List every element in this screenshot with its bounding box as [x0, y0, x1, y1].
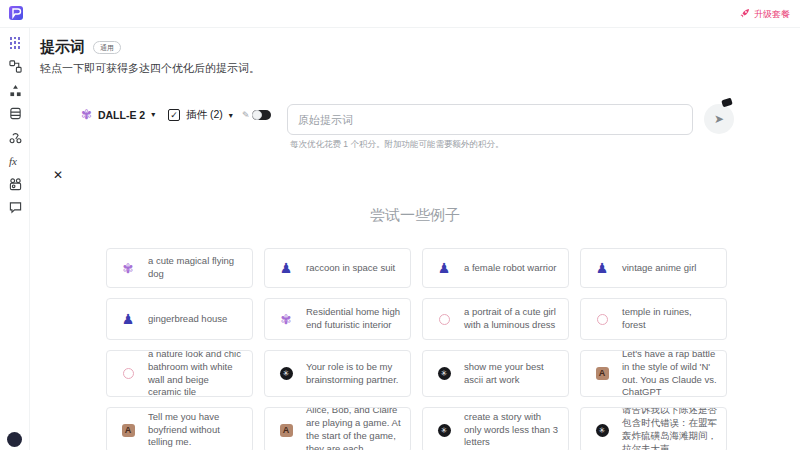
sidebar-item-chat-icon[interactable]: [7, 200, 23, 216]
example-text: gingerbread house: [148, 313, 235, 326]
sidebar-item-workflow-icon[interactable]: [7, 59, 23, 75]
lexica-icon: [594, 314, 610, 325]
example-card[interactable]: ♟raccoon in space suit: [264, 248, 411, 288]
example-text: raccoon in space suit: [306, 262, 403, 275]
credits-helper-text: 每次优化花费 1 个积分。附加功能可能需要额外的积分。: [290, 139, 503, 151]
sidebar-item-tune-icon[interactable]: [7, 35, 23, 51]
claude-icon: A: [594, 367, 610, 380]
example-card[interactable]: ✳Your role is to be my brainstorming par…: [264, 350, 411, 397]
example-card[interactable]: ♟gingerbread house: [106, 298, 253, 340]
page-title: 提示词: [40, 38, 85, 57]
page-subtitle: 轻点一下即可获得多达四个优化后的提示词。: [40, 61, 260, 76]
plugins-select[interactable]: ✓ 插件 (2) ▾: [168, 108, 233, 122]
topbar: 升级套餐: [0, 0, 800, 28]
app-window: 升级套餐 fx 提示词 通用 轻点一下即可获得多达四个优化后的提示词。 ✾ DA…: [0, 0, 800, 450]
lexica-icon: [120, 368, 136, 379]
upgrade-link[interactable]: 升级套餐: [739, 0, 790, 28]
example-card[interactable]: ♟vintage anime girl: [580, 248, 727, 288]
claude-icon: A: [278, 424, 294, 437]
claude-icon: A: [120, 424, 136, 437]
auto-optimize-toggle-group: ✎: [242, 110, 271, 120]
example-card[interactable]: a portrait of a cute girl with a luminou…: [422, 298, 569, 340]
example-text: vintage anime girl: [622, 262, 704, 275]
example-card[interactable]: a nature look and chic bathroom with whi…: [106, 350, 253, 397]
example-text: Tell me you have boyfriend without telli…: [148, 411, 252, 449]
toggle-knob: [252, 110, 262, 120]
example-card[interactable]: AAlice, Bob, and Claire are playing a ga…: [264, 407, 411, 450]
dalle-icon: ♟: [436, 261, 452, 275]
example-text: Let's have a rap battle in the style of …: [622, 350, 726, 397]
chatgpt-icon: ✳: [436, 367, 452, 380]
example-card[interactable]: ✾a cute magical flying dog: [106, 248, 253, 288]
example-card[interactable]: ALet's have a rap battle in the style of…: [580, 350, 727, 397]
plugins-checkbox[interactable]: ✓: [168, 109, 180, 121]
pen-icon: ✎: [242, 110, 250, 120]
dalle-icon: ♟: [120, 312, 136, 326]
sidebar-item-function-icon[interactable]: fx: [7, 153, 23, 169]
send-badge: [721, 98, 733, 108]
chatgpt-icon: ✳: [594, 424, 610, 437]
sidebar-item-webhook-icon[interactable]: [7, 129, 23, 145]
sidebar-item-camera-icon[interactable]: [7, 176, 23, 192]
example-text: a portrait of a cute girl with a luminou…: [464, 306, 568, 332]
upgrade-label: 升级套餐: [754, 8, 790, 21]
model-label: DALL-E 2: [98, 109, 145, 121]
example-text: create a story with only words less than…: [464, 411, 568, 449]
plugins-label: 插件 (2): [186, 108, 223, 122]
example-card[interactable]: ✳show me your best ascii art work: [422, 350, 569, 397]
lexica-icon: [436, 314, 452, 325]
app-logo-icon[interactable]: [8, 5, 24, 21]
dalle-icon: ♟: [278, 261, 294, 275]
chevron-down-icon: ▾: [151, 110, 155, 119]
chatgpt-icon: ✳: [436, 424, 452, 437]
chatgpt-icon: ✳: [278, 367, 294, 380]
close-icon[interactable]: ✕: [53, 168, 63, 182]
sidebar-item-database-icon[interactable]: [7, 106, 23, 122]
example-card[interactable]: ✳请告诉我以下陈述是否包含时代错误：在盟军轰炸硫磺岛海滩期间，拉尔夫大声...: [580, 407, 727, 450]
example-card[interactable]: ✳create a story with only words less tha…: [422, 407, 569, 450]
stable-diffusion-icon: ✾: [278, 313, 294, 326]
example-text: Your role is to be my brainstorming part…: [306, 361, 410, 387]
example-text: show me your best ascii art work: [464, 361, 568, 387]
examples-grid: ✾a cute magical flying dog♟raccoon in sp…: [106, 248, 727, 450]
stable-diffusion-icon: ✾: [120, 262, 136, 275]
dalle-icon: ♟: [594, 261, 610, 275]
example-text: a cute magical flying dog: [148, 255, 252, 281]
example-card[interactable]: ✾Residential home high end futuristic in…: [264, 298, 411, 340]
sidebar: fx: [0, 28, 30, 450]
plan-badge: 通用: [93, 41, 121, 54]
prompt-input[interactable]: [287, 104, 693, 135]
send-button[interactable]: ➤: [704, 104, 734, 134]
example-text: temple in ruines, forest: [622, 306, 726, 332]
example-text: Residential home high end futuristic int…: [306, 306, 410, 332]
rocket-icon: [739, 8, 750, 21]
example-card[interactable]: ATell me you have boyfriend without tell…: [106, 407, 253, 450]
model-swirl-icon: ✾: [81, 108, 92, 121]
examples-heading: 尝试一些例子: [30, 206, 800, 225]
example-card[interactable]: ♟a female robot warrior: [422, 248, 569, 288]
example-text: a female robot warrior: [464, 262, 564, 275]
sidebar-item-sitemap-icon[interactable]: [7, 82, 23, 98]
example-text: a nature look and chic bathroom with whi…: [148, 350, 252, 397]
title-row: 提示词 通用: [40, 38, 121, 57]
example-text: 请告诉我以下陈述是否包含时代错误：在盟军轰炸硫磺岛海滩期间，拉尔夫大声...: [622, 407, 726, 450]
example-card[interactable]: temple in ruines, forest: [580, 298, 727, 340]
example-text: Alice, Bob, and Claire are playing a gam…: [306, 407, 410, 450]
user-avatar[interactable]: [7, 432, 22, 447]
model-select[interactable]: ✾ DALL-E 2 ▾: [81, 108, 155, 121]
auto-optimize-toggle[interactable]: [252, 110, 271, 120]
chevron-down-icon: ▾: [229, 111, 233, 120]
svg-text:fx: fx: [9, 155, 17, 167]
